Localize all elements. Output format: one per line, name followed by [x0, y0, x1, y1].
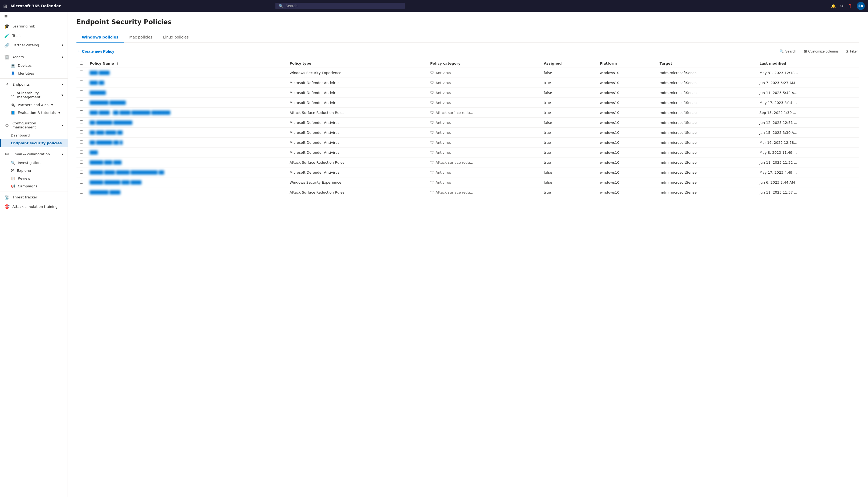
sidebar-item-explorer[interactable]: 🗺 Explorer	[0, 167, 68, 174]
sidebar-item-attack-simulation[interactable]: 🎯 Attack simulation training	[0, 202, 68, 211]
review-icon: 📋	[11, 176, 15, 180]
policy-name-6[interactable]: ██ ███ ████ ██	[90, 131, 123, 134]
sidebar-item-dashboard[interactable]: Dashboard	[0, 131, 68, 139]
explorer-icon: 🗺	[11, 169, 14, 173]
sidebar-item-assets[interactable]: 🏢 Assets ▴	[0, 52, 68, 62]
last-modified-4: Sep 13, 2022 1:30 ...	[756, 108, 859, 118]
sidebar-item-review[interactable]: 📋 Review	[0, 174, 68, 182]
sidebar-item-evaluation[interactable]: 📘 Evaluation & tutorials ▾	[0, 109, 68, 117]
filter-button[interactable]: ⧖ Filter	[844, 48, 859, 55]
policy-name-2[interactable]: ██████	[90, 91, 106, 95]
sidebar-item-label: Investigations	[18, 161, 42, 165]
row-checkbox-0[interactable]	[80, 71, 83, 74]
sidebar-item-email-collaboration[interactable]: ✉ Email & collaboration ▴	[0, 150, 68, 159]
row-checkbox-5[interactable]	[80, 120, 83, 124]
user-avatar[interactable]: SA	[857, 2, 865, 10]
row-checkbox-7[interactable]	[80, 140, 83, 144]
search-toolbar-icon: 🔍	[779, 49, 784, 53]
policy-name-10[interactable]: █████ ████ █████ ██████████ ██	[90, 170, 164, 174]
plus-icon: +	[77, 48, 81, 54]
sidebar-item-endpoints[interactable]: 🖥 Endpoints ▴	[0, 80, 68, 89]
policy-name-0[interactable]: ███ ████	[90, 71, 110, 75]
sidebar-item-threat-tracker[interactable]: 📡 Threat tracker	[0, 193, 68, 202]
table-row[interactable]: ██████ Microsoft Defender Antivirus 🛡 An…	[76, 88, 859, 98]
evaluation-icon: 📘	[11, 111, 15, 115]
policy-name-11[interactable]: █████ ██████ ███ ████	[90, 180, 141, 184]
table-row[interactable]: ███ ████ Windows Security Experience 🛡 A…	[76, 68, 859, 78]
sidebar-item-partners-apis[interactable]: 🔌 Partners and APIs ▾	[0, 101, 68, 109]
policy-name-1[interactable]: ███ ██	[90, 81, 104, 85]
table-row[interactable]: ██ ███ ████ ██ Microsoft Defender Antivi…	[76, 128, 859, 138]
main-content: Endpoint Security Policies Windows polic…	[68, 12, 868, 497]
config-icon: ⚙	[4, 123, 10, 128]
sidebar-item-campaigns[interactable]: 📢 Campaigns	[0, 182, 68, 190]
policy-name-3[interactable]: ███████ ██████	[90, 101, 126, 105]
sidebar-item-label: Assets	[12, 55, 24, 59]
table-row[interactable]: ██ ██████ ███████ Microsoft Defender Ant…	[76, 118, 859, 128]
policy-type-5: Microsoft Defender Antivirus	[286, 118, 427, 128]
sidebar-item-endpoint-security-policies[interactable]: Endpoint security policies	[0, 139, 68, 147]
table-row[interactable]: █████ ██████ ███ ████ Windows Security E…	[76, 178, 859, 187]
table-row[interactable]: ███████ ██████ Microsoft Defender Antivi…	[76, 98, 859, 108]
tab-mac-policies[interactable]: Mac policies	[124, 32, 158, 43]
policy-name-5[interactable]: ██ ██████ ███████	[90, 120, 132, 125]
search-button[interactable]: 🔍 Search	[778, 48, 798, 54]
row-checkbox-2[interactable]	[80, 90, 83, 94]
table-row[interactable]: ███ Microsoft Defender Antivirus 🛡 Antiv…	[76, 147, 859, 157]
table-row[interactable]: █████ ███ ███ Attack Surface Reduction R…	[76, 157, 859, 168]
sidebar-item-vulnerability-management[interactable]: 🛡 Vulnerability management ▾	[0, 89, 68, 101]
table-row[interactable]: ███ ████ - ██ ████ ███████ ███████ Attac…	[76, 108, 859, 118]
category-badge-5: 🛡 Antivirus	[430, 120, 537, 125]
sort-ascending-icon[interactable]: ↑	[116, 62, 119, 66]
tab-linux-policies[interactable]: Linux policies	[158, 32, 194, 43]
row-checkbox-10[interactable]	[80, 170, 83, 174]
policy-name-9[interactable]: █████ ███ ███	[90, 160, 122, 165]
platform-9: windows10	[597, 157, 656, 168]
category-badge-4: 🛡 Attack surface redu...	[430, 110, 537, 115]
search-button-label: Search	[785, 49, 796, 53]
create-new-policy-button[interactable]: + Create new Policy	[76, 47, 115, 56]
chevron-up-icon: ▴	[62, 83, 63, 86]
sidebar-item-learning-hub[interactable]: 🎓 Learning hub	[0, 22, 68, 31]
sidebar-collapse-button[interactable]: ☰	[0, 12, 68, 22]
table-row[interactable]: █████ ████ █████ ██████████ ██ Microsoft…	[76, 168, 859, 178]
platform-7: windows10	[597, 138, 656, 147]
row-checkbox-9[interactable]	[80, 160, 83, 164]
table-row[interactable]: ███████ ████ Attack Surface Reduction Ru…	[76, 187, 859, 197]
settings-icon[interactable]: ⚙	[840, 4, 843, 8]
last-modified-8: May 8, 2023 11:49 ...	[756, 147, 859, 157]
global-search-input[interactable]	[285, 4, 401, 8]
sidebar-item-trials[interactable]: 🧪 Trials	[0, 31, 68, 40]
select-all-checkbox[interactable]	[80, 61, 83, 65]
sidebar-item-partner-catalog[interactable]: 🔗 Partner catalog ▾	[0, 40, 68, 50]
tab-windows-policies[interactable]: Windows policies	[76, 32, 124, 43]
help-icon[interactable]: ❓	[848, 4, 852, 8]
sidebar-item-identities[interactable]: 👤 Identities	[0, 69, 68, 77]
shield-icon: 🛡	[430, 140, 434, 145]
table-row[interactable]: ███ ██ Microsoft Defender Antivirus 🛡 An…	[76, 78, 859, 88]
sidebar-item-investigations[interactable]: 🔍 Investigations	[0, 159, 68, 167]
row-checkbox-8[interactable]	[80, 150, 83, 154]
assigned-8: true	[541, 147, 597, 157]
policy-name-7[interactable]: ██ ██████ ██ █	[90, 141, 123, 145]
policy-type-6: Microsoft Defender Antivirus	[286, 128, 427, 138]
row-checkbox-1[interactable]	[80, 81, 83, 84]
row-checkbox-4[interactable]	[80, 110, 83, 114]
row-checkbox-11[interactable]	[80, 180, 83, 184]
columns-icon: ⊞	[804, 49, 807, 53]
app-grid-icon[interactable]: ⊞	[3, 3, 7, 9]
partners-icon: 🔌	[11, 103, 15, 107]
policy-name-4[interactable]: ███ ████ - ██ ████ ███████ ███████	[90, 111, 170, 115]
table-row[interactable]: ██ ██████ ██ █ Microsoft Defender Antivi…	[76, 138, 859, 147]
row-checkbox-6[interactable]	[80, 130, 83, 134]
notifications-icon[interactable]: 🔔	[831, 4, 836, 8]
assigned-2: false	[541, 88, 597, 98]
global-search-bar[interactable]: 🔍	[275, 3, 405, 9]
sidebar-item-devices[interactable]: 💻 Devices	[0, 62, 68, 69]
policy-name-12[interactable]: ███████ ████	[90, 190, 120, 194]
customize-columns-button[interactable]: ⊞ Customize columns	[802, 48, 840, 54]
row-checkbox-12[interactable]	[80, 190, 83, 194]
policy-name-8[interactable]: ███	[90, 151, 98, 155]
sidebar-item-configuration-management[interactable]: ⚙ Configuration management ▴	[0, 119, 68, 131]
row-checkbox-3[interactable]	[80, 100, 83, 104]
